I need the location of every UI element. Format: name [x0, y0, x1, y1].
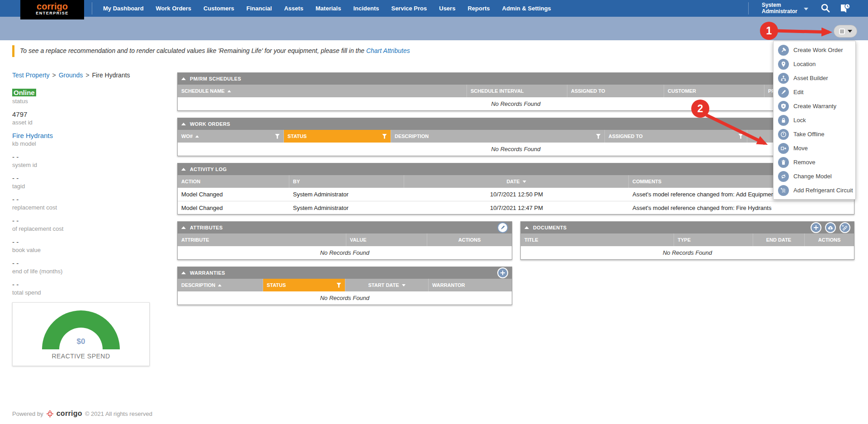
col-status-filtered[interactable]: STATUS [284, 130, 391, 143]
panel-header[interactable]: PM/RM SCHEDULES [178, 73, 854, 85]
menu-item-lock[interactable]: Lock [774, 113, 855, 127]
nav-item-incidents[interactable]: Incidents [353, 5, 379, 12]
nav-item-my-dashboard[interactable]: My Dashboard [103, 5, 144, 12]
col-title[interactable]: TITLE [521, 233, 674, 246]
footer: Powered by corrigo © 2021 All rights res… [12, 410, 152, 418]
panel-header[interactable]: WARRANTIES [178, 267, 512, 279]
panel-title-text: ACTIVITY LOG [190, 167, 227, 172]
menu-item-label: Create Work Order [793, 47, 843, 53]
asset-actions-button[interactable] [834, 25, 857, 38]
corrigo-logo[interactable]: corrigo ENTERPRISE [20, 0, 84, 19]
nav-item-work-orders[interactable]: Work Orders [156, 5, 192, 12]
activity-history-icon[interactable] [839, 3, 851, 16]
collapse-icon[interactable] [181, 168, 186, 171]
col-wo-number[interactable]: WO# [178, 130, 284, 143]
column-headers: SCHEDULE NAME SCHEDULE INTERVAL ASSIGNED… [178, 85, 854, 97]
table-row: Model Changed System Administrator 10/7/… [178, 201, 854, 214]
kb-model-link[interactable]: Fire Hydrants [12, 132, 150, 139]
col-description[interactable]: DESCRIPTION [391, 130, 605, 143]
panel-header[interactable]: DOCUMENTS [521, 222, 854, 233]
col-type[interactable]: TYPE [674, 233, 753, 246]
breadcrumb-test-property[interactable]: Test Property [12, 71, 49, 79]
col-action[interactable]: ACTION [178, 175, 289, 188]
breadcrumb-grounds[interactable]: Grounds [59, 71, 83, 79]
create-warranty-icon [778, 101, 789, 112]
menu-item-label: Edit [793, 89, 803, 95]
col-warrantor[interactable]: WARRANTOR [429, 279, 512, 291]
nav-item-reports[interactable]: Reports [467, 5, 490, 12]
collapse-icon[interactable] [181, 77, 186, 80]
nav-item-materials[interactable]: Materials [316, 5, 341, 12]
menu-item-remove[interactable]: Remove [774, 155, 855, 169]
move-icon [778, 143, 789, 154]
edit-attributes-button[interactable] [497, 222, 508, 233]
col-assigned-to[interactable]: ASSIGNED TO [605, 130, 747, 143]
field-label: tagid [12, 183, 150, 190]
panel-title-text: WORK ORDERS [190, 121, 230, 127]
col-attribute[interactable]: ATTRIBUTE [178, 233, 346, 246]
panel-header[interactable]: WORK ORDERS [178, 118, 854, 130]
menu-item-move[interactable]: Move [774, 141, 855, 155]
add-warranty-button[interactable] [497, 267, 508, 278]
add-document-button[interactable] [811, 222, 821, 233]
collapse-icon[interactable] [181, 272, 186, 274]
gauge-value: $0 [77, 337, 85, 346]
empty-message: No Records Found [521, 246, 854, 259]
remove-icon [778, 157, 789, 168]
user-menu[interactable]: SystemAdministrator [762, 2, 808, 14]
menu-item-change-model[interactable]: Change Model [774, 169, 855, 183]
nav-item-admin-settings[interactable]: Admin & Settings [502, 5, 551, 12]
col-description[interactable]: DESCRIPTION [178, 279, 263, 291]
col-status-filtered[interactable]: STATUS [263, 279, 345, 291]
menu-item-label: Remove [793, 159, 815, 166]
col-end-date[interactable]: END DATE [753, 233, 805, 246]
collapse-icon[interactable] [181, 123, 186, 125]
chart-attributes-link[interactable]: Chart Attributes [366, 47, 410, 54]
col-by[interactable]: BY [289, 175, 404, 188]
panel-pm-rm-schedules: PM/RM SCHEDULES SCHEDULE NAME SCHEDULE I… [177, 72, 854, 111]
menu-item-edit[interactable]: Edit [774, 85, 855, 99]
link-add-icon [842, 224, 848, 231]
menu-item-add-refrigerant-circuit[interactable]: Add Refrigerant Circuit [774, 183, 855, 197]
field-status: Online status [12, 89, 150, 105]
nav-item-financial[interactable]: Financial [246, 5, 272, 12]
field-asset-id: 4797 asset id [12, 110, 150, 126]
menu-item-create-work-order[interactable]: Create Work Order [774, 43, 855, 57]
menu-item-create-warranty[interactable]: Create Warranty [774, 99, 855, 113]
collapse-icon[interactable] [181, 226, 186, 229]
upload-document-button[interactable] [825, 222, 836, 233]
col-start-date[interactable]: START DATE [345, 279, 429, 291]
col-date[interactable]: DATE [404, 175, 629, 188]
nav-item-users[interactable]: Users [439, 5, 455, 12]
search-icon[interactable] [820, 3, 831, 15]
menu-item-asset-builder[interactable]: Asset Builder [774, 71, 855, 85]
menu-item-label: Create Warranty [793, 103, 836, 110]
link-document-button[interactable] [840, 222, 850, 233]
menu-item-take-offline[interactable]: Take Offline [774, 127, 855, 141]
col-assigned-to[interactable]: ASSIGNED TO [567, 85, 664, 97]
filter-icon[interactable] [382, 134, 387, 139]
nav-item-service-pros[interactable]: Service Pros [391, 5, 427, 12]
nav-item-assets[interactable]: Assets [284, 5, 303, 12]
nav-divider [92, 2, 92, 14]
collapse-icon[interactable] [524, 226, 529, 229]
nav-item-customers[interactable]: Customers [203, 5, 234, 12]
field-value: - - [12, 153, 150, 161]
reactive-spend-gauge: $0 REACTIVE SPEND [12, 302, 150, 366]
filter-icon[interactable] [336, 283, 341, 288]
filter-icon[interactable] [596, 134, 601, 139]
col-schedule-name[interactable]: SCHEDULE NAME [178, 85, 467, 97]
col-customer[interactable]: CUSTOMER [664, 85, 764, 97]
user-name-line2: Administrator [762, 8, 797, 14]
menu-item-location[interactable]: Location [774, 57, 855, 71]
panel-header[interactable]: ACTIVITY LOG [178, 163, 854, 175]
menu-item-label: Add Refrigerant Circuit [793, 187, 853, 194]
col-value[interactable]: VALUE [346, 233, 427, 246]
col-schedule-interval[interactable]: SCHEDULE INTERVAL [467, 85, 567, 97]
filter-icon[interactable] [275, 134, 280, 139]
col-actions: ACTIONS [805, 233, 854, 246]
field-system-id: - - system id [12, 153, 150, 168]
menu-item-label: Change Model [793, 173, 832, 180]
panel-header[interactable]: ATTRIBUTES [178, 222, 512, 233]
filter-icon[interactable] [738, 134, 743, 139]
